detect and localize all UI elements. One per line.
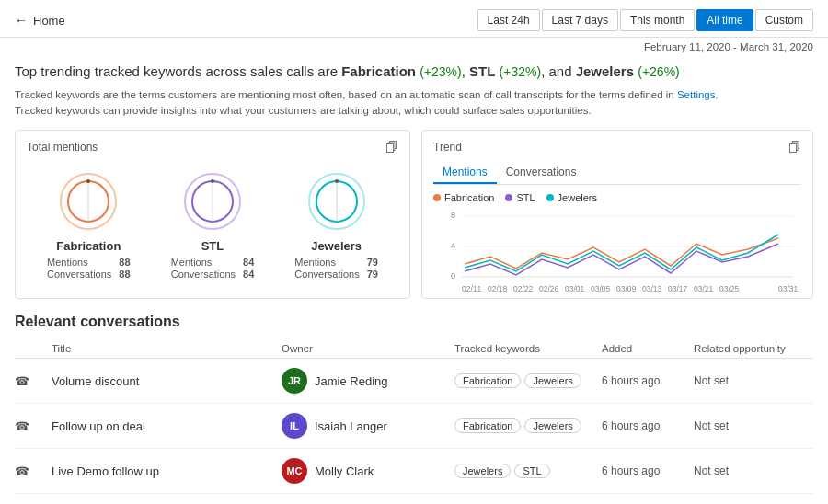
legend-fabrication: Fabrication [433,192,494,203]
headline: Top trending tracked keywords across sal… [15,62,813,82]
keyword1: Fabrication [341,63,416,79]
sep1: , [462,63,469,79]
legend-jewelers-label: Jewelers [558,192,597,203]
stl-mentions-val: 84 [243,257,254,268]
desc-period: . [716,89,719,100]
conversations-section: Relevant conversations Title Owner Track… [0,306,828,494]
legend-stl: STL [505,192,535,203]
legend-dot-stl [505,194,512,201]
row2-keywords: Fabrication Jewelers [454,418,602,433]
row1-owner-name: Jamie Reding [315,374,388,388]
tab-conversations[interactable]: Conversations [497,162,586,184]
mentions-panel: Total mentions 🗍 Fabrication Mentions 88… [15,130,410,299]
row2-avatar: IL [282,413,307,439]
svg-text:0: 0 [451,271,455,281]
svg-text:02/11: 02/11 [462,284,482,293]
row3-added: 6 hours ago [602,464,694,477]
tag-stl3: STL [514,464,549,478]
filter-last24h[interactable]: Last 24h [477,9,540,31]
col-header-keywords: Tracked keywords [454,343,602,354]
row3-title[interactable]: Live Demo follow up [52,464,282,478]
col-header-icon [15,343,52,354]
tag-fabrication: Fabrication [454,373,521,388]
fabrication-conv-label: Conversations [47,269,111,280]
jewelers-conv-label: Conversations [294,269,359,280]
filter-thismonth[interactable]: This month [620,9,695,31]
legend-fabrication-label: Fabrication [444,192,494,203]
svg-text:03/31: 03/31 [778,284,799,293]
row2-added: 6 hours ago [602,419,694,432]
svg-text:03/01: 03/01 [565,284,585,293]
description: Tracked keywords are the terms customers… [15,87,813,120]
back-label: Home [33,14,65,28]
section-title: Relevant conversations [15,314,813,330]
col-header-owner: Owner [282,343,454,354]
stl-circle-svg [180,169,245,234]
filter-last7days[interactable]: Last 7 days [542,9,618,31]
row3-related: Not set [694,464,813,477]
svg-text:03/17: 03/17 [668,284,688,293]
trend-copy-icon[interactable]: 🗍 [788,140,801,155]
fabrication-conv-val: 88 [119,269,130,280]
fabrication-stats: Mentions 88 Conversations 88 [47,257,131,280]
row1-title[interactable]: Volume discount [52,374,282,388]
svg-point-3 [86,179,90,183]
legend: Fabrication STL Jewelers [433,192,801,203]
jewelers-mentions-val: 79 [367,257,378,268]
stl-conv-val: 84 [243,269,254,280]
date-range: February 11, 2020 - March 31, 2020 [0,38,828,56]
stl-conv-label: Conversations [171,269,236,280]
phone-icon: ☎ [15,374,52,388]
tab-mentions[interactable]: Mentions [433,162,497,184]
row1-related: Not set [694,374,813,387]
filter-alltime[interactable]: All time [696,9,753,31]
sep2: , and [541,63,576,79]
svg-point-11 [335,179,339,183]
row3-owner-cell: MC Molly Clark [282,458,454,484]
headline-prefix: Top trending tracked keywords across sal… [15,63,341,79]
settings-link[interactable]: Settings [677,89,716,100]
svg-point-7 [211,179,214,183]
legend-dot-fabrication [433,194,441,201]
row3-keywords: Jewelers STL [454,464,602,478]
copy-icon[interactable]: 🗍 [385,140,398,155]
mentions-panel-title: Total mentions 🗍 [27,140,398,155]
row2-related: Not set [694,419,813,432]
desc-line3: Tracked keywords can provide insights in… [15,105,592,116]
table-row: ☎ Live Demo follow up MC Molly Clark Jew… [15,449,813,494]
fabrication-mentions-val: 88 [119,257,130,268]
row3-owner-name: Molly Clark [315,464,374,478]
tag-jewelers: Jewelers [524,373,581,388]
row2-owner-cell: IL Isaiah Langer [282,413,454,439]
trend-tabs: Mentions Conversations [433,162,801,185]
panels: Total mentions 🗍 Fabrication Mentions 88… [0,122,828,306]
fabrication-circle-svg [56,169,121,234]
jewelers-circle-svg [305,169,369,234]
table-header: Title Owner Tracked keywords Added Relat… [15,339,813,359]
row1-owner-cell: JR Jamie Reding [282,368,454,394]
pct2: (+32%) [500,64,542,79]
svg-text:03/21: 03/21 [694,284,714,293]
stl-mentions-label: Mentions [171,257,236,268]
svg-text:02/26: 02/26 [539,284,559,293]
trend-panel: Trend 🗍 Mentions Conversations Fabricati… [421,130,813,299]
jewelers-mentions-label: Mentions [294,257,359,268]
time-filters: Last 24h Last 7 days This month All time… [477,9,813,31]
desc-line1: Tracked keywords are the terms customers… [15,89,677,100]
table-row: ☎ Volume discount JR Jamie Reding Fabric… [15,359,813,404]
legend-dot-jewelers [546,194,554,201]
keyword2: STL [469,63,495,79]
trend-panel-title: Trend 🗍 [433,140,801,155]
back-link[interactable]: ← Home [15,13,65,28]
filter-custom[interactable]: Custom [755,9,813,31]
row2-owner-name: Isaiah Langer [315,419,387,433]
svg-text:02/18: 02/18 [488,284,508,293]
row2-title[interactable]: Follow up on deal [52,419,282,433]
pct3: (+26%) [638,64,680,79]
circle-jewelers: Jewelers Mentions 79 Conversations 79 [294,169,378,280]
tag-fabrication2: Fabrication [454,418,521,433]
pct1: (+23%) [420,64,462,79]
legend-stl-label: STL [516,192,535,203]
svg-text:03/05: 03/05 [591,284,611,293]
phone-icon: ☎ [15,464,52,478]
